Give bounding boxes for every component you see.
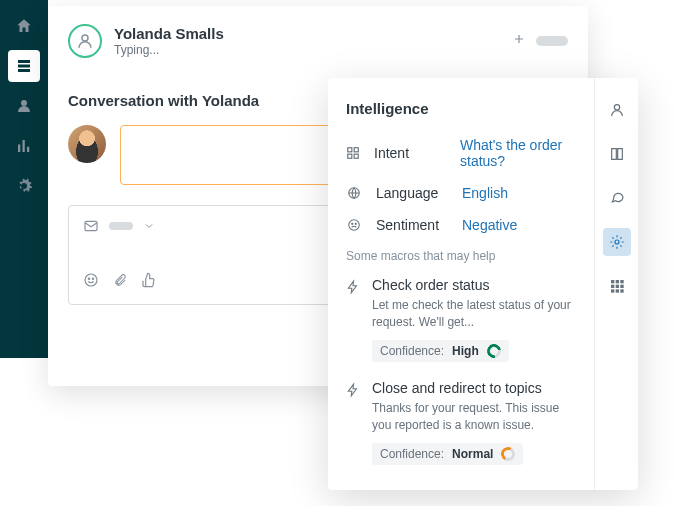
add-tab-icon[interactable]: [512, 32, 526, 50]
intent-value[interactable]: What's the order status?: [460, 137, 576, 169]
svg-point-4: [92, 278, 93, 279]
panel-apps-icon[interactable]: [603, 272, 631, 300]
svg-point-13: [614, 105, 619, 110]
attachment-icon[interactable]: [113, 272, 127, 292]
nav-reports[interactable]: [8, 130, 40, 162]
email-icon: [83, 218, 99, 234]
sentiment-value[interactable]: Negative: [462, 217, 517, 233]
confidence-ring-icon: [500, 445, 517, 462]
globe-icon: [346, 186, 362, 200]
svg-rect-6: [354, 148, 358, 152]
svg-rect-15: [611, 280, 614, 283]
customer-avatar[interactable]: [68, 125, 106, 163]
language-value[interactable]: English: [462, 185, 508, 201]
intelligence-body: Intelligence Intent What's the order sta…: [328, 78, 594, 490]
panel-user-icon[interactable]: [603, 96, 631, 124]
svg-rect-20: [620, 285, 623, 288]
macro-title: Close and redirect to topics: [372, 380, 576, 396]
context-panel-nav: [594, 78, 638, 490]
nav-home[interactable]: [8, 10, 40, 42]
confidence-badge: Confidence: Normal: [372, 443, 523, 465]
macros-hint: Some macros that may help: [346, 249, 576, 263]
channel-placeholder: [109, 222, 133, 230]
svg-rect-19: [615, 285, 618, 288]
macro-desc: Thanks for your request. This issue you …: [372, 400, 576, 435]
svg-rect-21: [611, 289, 614, 292]
confidence-ring-icon: [484, 341, 503, 360]
requester-info: Yolanda Smalls Typing...: [114, 25, 224, 57]
macro-item-2[interactable]: Close and redirect to topics Thanks for …: [346, 380, 576, 465]
svg-point-0: [82, 35, 88, 41]
panel-knowledge-icon[interactable]: [603, 140, 631, 168]
language-row: Language English: [346, 185, 576, 201]
left-nav: [0, 0, 48, 358]
sentiment-label: Sentiment: [376, 217, 448, 233]
tab-placeholder: [536, 36, 568, 46]
svg-point-3: [88, 278, 89, 279]
sentiment-icon: [346, 218, 362, 232]
svg-point-2: [85, 274, 97, 286]
svg-rect-5: [348, 148, 352, 152]
thumbs-up-icon[interactable]: [141, 272, 157, 292]
intent-row: Intent What's the order status?: [346, 137, 576, 169]
typing-status: Typing...: [114, 43, 224, 57]
macro-desc: Let me check the latest status of your r…: [372, 297, 576, 332]
svg-rect-16: [615, 280, 618, 283]
svg-rect-22: [615, 289, 618, 292]
svg-point-12: [355, 223, 356, 224]
svg-point-10: [349, 220, 360, 231]
language-label: Language: [376, 185, 448, 201]
macro-bolt-icon: [346, 279, 360, 362]
panel-intelligence-icon[interactable]: [603, 228, 631, 256]
nav-settings[interactable]: [8, 170, 40, 202]
svg-rect-23: [620, 289, 623, 292]
person-icon: [76, 32, 94, 50]
macro-item-1[interactable]: Check order status Let me check the late…: [346, 277, 576, 362]
svg-rect-7: [348, 154, 352, 158]
intelligence-panel: Intelligence Intent What's the order sta…: [328, 78, 638, 490]
requester-avatar-ring[interactable]: [68, 24, 102, 58]
svg-rect-17: [620, 280, 623, 283]
intent-icon: [346, 146, 360, 160]
sentiment-row: Sentiment Negative: [346, 217, 576, 233]
intent-label: Intent: [374, 145, 446, 161]
emoji-icon[interactable]: [83, 272, 99, 292]
panel-chat-icon[interactable]: [603, 184, 631, 212]
macro-title: Check order status: [372, 277, 576, 293]
nav-tickets[interactable]: [8, 50, 40, 82]
svg-rect-8: [354, 154, 358, 158]
intelligence-title: Intelligence: [346, 100, 576, 117]
nav-customers[interactable]: [8, 90, 40, 122]
svg-point-11: [352, 223, 353, 224]
ticket-header: Yolanda Smalls Typing...: [48, 6, 588, 70]
confidence-badge: Confidence: High: [372, 340, 509, 362]
svg-point-14: [615, 240, 619, 244]
requester-name: Yolanda Smalls: [114, 25, 224, 42]
svg-rect-18: [611, 285, 614, 288]
macro-bolt-icon: [346, 382, 360, 465]
chevron-down-icon: [143, 220, 155, 232]
tab-bar: [512, 32, 568, 50]
